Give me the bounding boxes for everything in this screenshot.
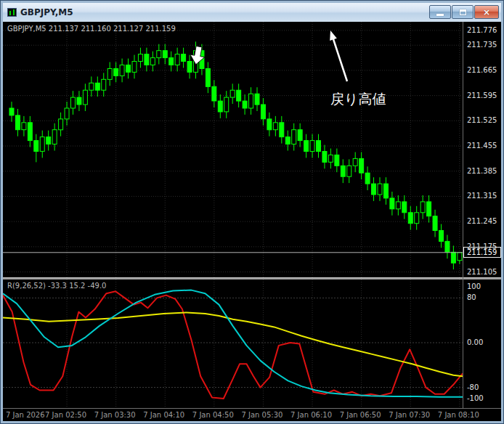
price-tick-label: 211.735 bbox=[467, 41, 497, 49]
price-tick-label: 211.245 bbox=[467, 217, 497, 225]
price-tick-label: 211.105 bbox=[467, 268, 497, 276]
minimize-icon bbox=[436, 14, 444, 16]
main-price-chart[interactable]: 戻り高値 bbox=[3, 22, 463, 277]
price-tick-label: 211.175 bbox=[467, 242, 497, 250]
price-tick-label: 211.525 bbox=[467, 116, 497, 124]
indicator-tick-label: -80 bbox=[467, 383, 479, 391]
price-tick-label: 211.665 bbox=[467, 66, 497, 74]
price-axis[interactable]: 211.159 211.776211.735211.665211.595211.… bbox=[463, 22, 501, 408]
time-tick-label: 7 Jan 06:50 bbox=[340, 411, 381, 419]
indicator-line-cyan bbox=[3, 290, 463, 397]
chart-grid bbox=[3, 22, 463, 277]
indicator-tick-label: 0.00 bbox=[467, 338, 483, 346]
time-tick-label: 7 Jan 06:10 bbox=[290, 411, 332, 419]
time-tick-label: 7 Jan 05:30 bbox=[241, 411, 283, 419]
ohlc-readout: GBPJPY,M5 211.137 211.160 211.127 211.15… bbox=[7, 25, 176, 33]
indicator-tick-label: 100 bbox=[467, 282, 481, 290]
close-button[interactable]: × bbox=[474, 5, 499, 19]
time-tick-label: 7 Jan 08:10 bbox=[438, 411, 479, 419]
indicator-panel[interactable] bbox=[3, 280, 463, 408]
minimize-button[interactable] bbox=[429, 5, 451, 19]
time-tick-label: 7 Jan 04:50 bbox=[192, 411, 234, 419]
indicator-line-yellow bbox=[3, 312, 463, 376]
annotation-arrow bbox=[330, 30, 347, 81]
indicator-tick-label: 80 bbox=[467, 293, 476, 301]
price-tick-label: 211.595 bbox=[467, 91, 497, 99]
indicator-readout: R(9,26,52) -33.3 15.2 -49.0 bbox=[7, 282, 106, 290]
time-tick-label: 7 Jan 07:30 bbox=[389, 411, 430, 419]
price-tick-label: 211.776 bbox=[467, 26, 497, 34]
time-axis[interactable]: 7 Jan 20267 Jan 02:507 Jan 03:307 Jan 04… bbox=[3, 408, 501, 421]
time-tick-label: 7 Jan 04:10 bbox=[143, 411, 184, 419]
indicator-tick-label: -100 bbox=[467, 394, 484, 402]
price-tick-label: 211.455 bbox=[467, 142, 497, 150]
close-icon: × bbox=[483, 8, 490, 17]
chart-client-area: 戻り高値 211.159 211.776211.735211.665211.59… bbox=[3, 22, 501, 421]
time-tick-label: 7 Jan 2026 bbox=[6, 411, 45, 419]
price-tick-label: 211.385 bbox=[467, 167, 497, 175]
restore-icon bbox=[460, 9, 466, 15]
annotation-text: 戻り高値 bbox=[330, 91, 386, 107]
time-tick-label: 7 Jan 03:30 bbox=[94, 411, 136, 419]
window-title: GBPJPY,M5 bbox=[20, 7, 73, 17]
restore-button[interactable] bbox=[452, 5, 473, 19]
indicator-levels bbox=[3, 298, 463, 387]
chart-window: GBPJPY,M5 × 戻り高値 211.159 211.776211.7352… bbox=[0, 0, 504, 424]
titlebar[interactable]: GBPJPY,M5 × bbox=[3, 3, 501, 22]
price-tick-label: 211.315 bbox=[467, 192, 497, 200]
chart-icon bbox=[7, 8, 17, 17]
candles bbox=[9, 41, 462, 269]
time-tick-label: 7 Jan 02:50 bbox=[45, 411, 86, 419]
